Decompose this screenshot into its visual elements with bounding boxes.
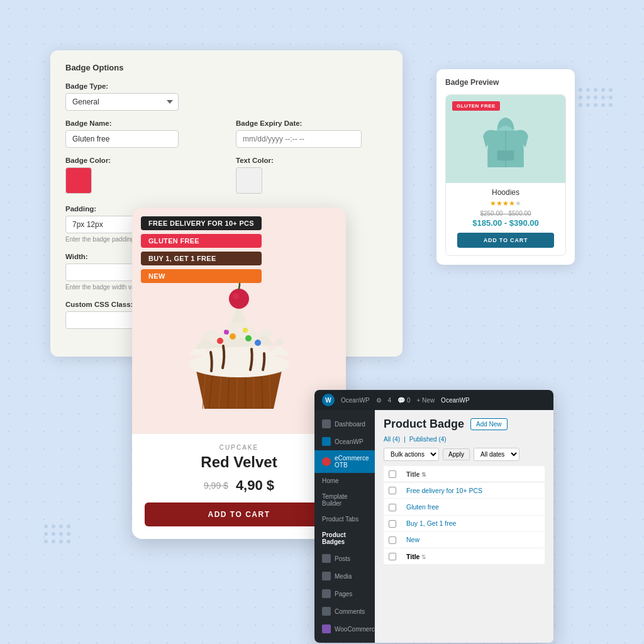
product-card-inner: GLUTEN FREE H: [445, 94, 566, 256]
badge-color-swatch[interactable]: [65, 167, 92, 194]
topbar-site[interactable]: OceanWP: [341, 397, 370, 404]
text-color-swatch[interactable]: [236, 167, 262, 194]
topbar-comments: 💬 0: [397, 397, 410, 404]
hoodie-illustration: [477, 104, 534, 174]
product-name: Hoodies: [452, 188, 559, 197]
sale-price: $185.00 - $390.00: [452, 218, 559, 228]
select-all-checkbox[interactable]: [389, 470, 396, 478]
sidebar-item-pages[interactable]: Pages: [314, 585, 375, 602]
wp-body: Dashboard OceanWP eCommerce OTB Home Tem…: [314, 410, 553, 643]
topbar-new[interactable]: + New: [416, 397, 435, 404]
bulk-actions-select[interactable]: Bulk actions: [384, 448, 439, 461]
wp-topbar: W OceanWP ⚙ 4 💬 0 + New OceanWP: [314, 390, 553, 410]
table-footer-row: Title ⇅: [384, 548, 545, 565]
table-header-row: Title ⇅: [384, 466, 545, 482]
badge-color-label: Badge Color:: [65, 157, 217, 164]
sidebar-item-template[interactable]: Template Builder: [314, 489, 375, 511]
svg-point-17: [243, 328, 248, 333]
table-row: Buy 1, Get 1 free: [384, 515, 545, 531]
media-icon: [322, 572, 331, 580]
wp-sidebar: Dashboard OceanWP eCommerce OTB Home Tem…: [314, 410, 375, 643]
cupcake-name: Red Velvet: [145, 453, 333, 471]
wp-toolbar: Bulk actions Apply All dates: [384, 448, 545, 461]
sidebar-item-product-badges[interactable]: Product Badges: [314, 527, 375, 550]
table-row: New: [384, 531, 545, 548]
row1-title-link[interactable]: Free delivery for 10+ PCS: [406, 487, 482, 494]
cupcake-card-info: CUPCAKE Red Velvet 9,99 $ 4,90 $ ADD TO …: [132, 434, 346, 539]
svg-point-13: [230, 333, 236, 340]
table-row: Gluten free: [384, 499, 545, 515]
wp-logo: W: [322, 394, 335, 406]
cupcake-badges: FREE DELIVERY FOR 10+ PCS GLUTEN FREE BU…: [141, 216, 262, 283]
badge-delivery: FREE DELIVERY FOR 10+ PCS: [141, 216, 262, 230]
row4-title-link[interactable]: New: [406, 536, 419, 543]
row4-checkbox[interactable]: [389, 536, 396, 544]
sidebar-item-oceanwp[interactable]: OceanWP: [314, 433, 375, 450]
footer-checkbox[interactable]: [389, 553, 396, 560]
badge-expiry-label: Badge Expiry Date:: [236, 119, 387, 127]
sidebar-item-media[interactable]: Media: [314, 567, 375, 585]
svg-point-16: [224, 330, 229, 335]
wp-add-new-button[interactable]: Add New: [470, 418, 508, 430]
title-column-header[interactable]: Title ⇅: [401, 466, 545, 482]
sidebar-label-ecommerce: eCommerce OTB: [335, 455, 369, 469]
badge-preview-title: Badge Preview: [445, 78, 566, 87]
sidebar-item-ecommerce[interactable]: eCommerce OTB: [314, 450, 375, 473]
pages-icon: [322, 589, 331, 598]
filter-all[interactable]: All (4): [384, 436, 400, 443]
row3-checkbox[interactable]: [389, 520, 396, 528]
gluten-free-badge: GLUTEN FREE: [452, 101, 500, 111]
svg-point-19: [233, 293, 239, 299]
sidebar-item-comments[interactable]: Comments: [314, 602, 375, 620]
svg-point-11: [189, 352, 289, 377]
sidebar-item-posts[interactable]: Posts: [314, 550, 375, 567]
posts-icon: [322, 554, 331, 563]
add-to-cart-button[interactable]: ADD TO CART: [457, 233, 554, 248]
cupcake-prices: 9,99 $ 4,90 $: [145, 477, 333, 494]
sidebar-item-home[interactable]: Home: [314, 473, 375, 489]
sidebar-label-posts: Posts: [335, 555, 350, 562]
badge-new: NEW: [141, 269, 262, 283]
badge-gluten: GLUTEN FREE: [141, 234, 262, 248]
badge-type-label: Badge Type:: [65, 82, 387, 90]
row1-checkbox[interactable]: [389, 487, 396, 494]
comments-icon: [322, 607, 331, 616]
dots-cluster-2: [44, 525, 70, 543]
badge-name-input[interactable]: [65, 130, 179, 148]
sidebar-label-comments: Comments: [335, 608, 365, 615]
sidebar-label-home: Home: [322, 477, 339, 484]
row3-title-link[interactable]: Buy 1, Get 1 free: [406, 519, 456, 527]
sidebar-label-template: Template Builder: [322, 493, 367, 507]
badge-preview-card: Badge Preview GLUTEN FREE: [436, 69, 575, 265]
sidebar-label-dashboard: Dashboard: [335, 421, 365, 428]
cupcake-card: FREE DELIVERY FOR 10+ PCS GLUTEN FREE BU…: [132, 208, 346, 539]
topbar-user[interactable]: OceanWP: [441, 397, 470, 404]
sidebar-item-dashboard[interactable]: Dashboard: [314, 415, 375, 433]
svg-point-12: [217, 338, 223, 344]
table-row: Free delivery for 10+ PCS: [384, 482, 545, 499]
badge-type-select[interactable]: General: [65, 93, 179, 111]
footer-sort-icon: ⇅: [421, 554, 426, 560]
wp-admin-panel: W OceanWP ⚙ 4 💬 0 + New OceanWP Dashboar…: [314, 390, 553, 643]
wp-apply-button[interactable]: Apply: [443, 448, 470, 460]
sidebar-label-product-badges: Product Badges: [322, 531, 367, 545]
topbar-notifications[interactable]: 4: [388, 397, 392, 404]
ecommerce-icon: [322, 457, 331, 466]
badge-bogo: BUY 1, GET 1 FREE: [141, 252, 262, 265]
oceanwp-icon: [322, 437, 331, 446]
sidebar-item-woo[interactable]: WooCommerce: [314, 620, 375, 638]
filter-published[interactable]: Published (4): [409, 436, 447, 443]
badge-expiry-input[interactable]: [236, 130, 362, 148]
svg-rect-1: [497, 150, 514, 160]
dots-cluster-1: [579, 88, 613, 107]
sidebar-item-product-tabs[interactable]: Product Tabs: [314, 511, 375, 527]
sidebar-label-woo: WooCommerce: [335, 626, 378, 633]
row2-title-link[interactable]: Gluten free: [406, 503, 439, 511]
row2-checkbox[interactable]: [389, 504, 396, 511]
badge-name-label: Badge Name:: [65, 119, 217, 127]
product-image-wrap: GLUTEN FREE: [446, 95, 565, 183]
date-filter-select[interactable]: All dates: [474, 448, 519, 461]
wp-main-content: Product Badge Add New All (4) | Publishe…: [375, 410, 553, 643]
cupcake-cart-button[interactable]: ADD TO CART: [145, 502, 333, 526]
cupcake-new-price: 4,90 $: [236, 477, 274, 494]
